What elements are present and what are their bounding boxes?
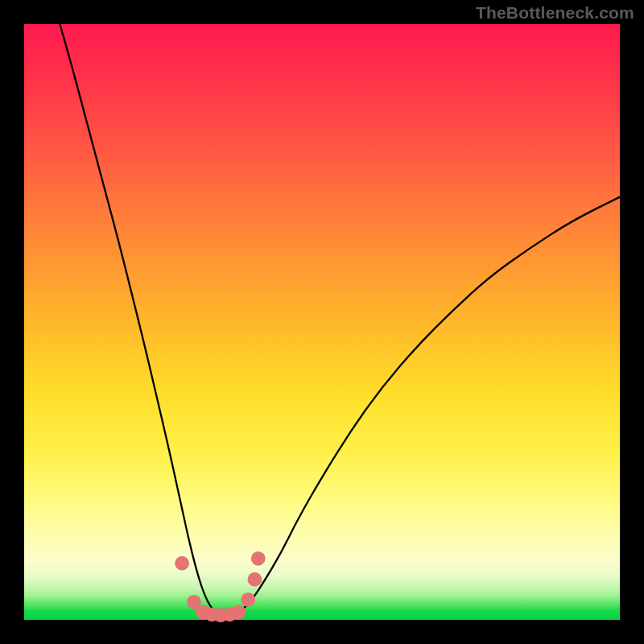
marker-dot [248,572,262,587]
marker-dot [241,592,255,607]
marker-dot [251,551,266,566]
chart-plot-area [24,24,620,620]
marker-cluster [175,551,265,622]
marker-dot [175,556,189,571]
marker-dot [232,605,246,620]
chart-frame: TheBottleneck.com [0,0,644,644]
chart-svg [24,24,620,620]
watermark-text: TheBottleneck.com [476,3,634,23]
curve-path [60,24,620,615]
